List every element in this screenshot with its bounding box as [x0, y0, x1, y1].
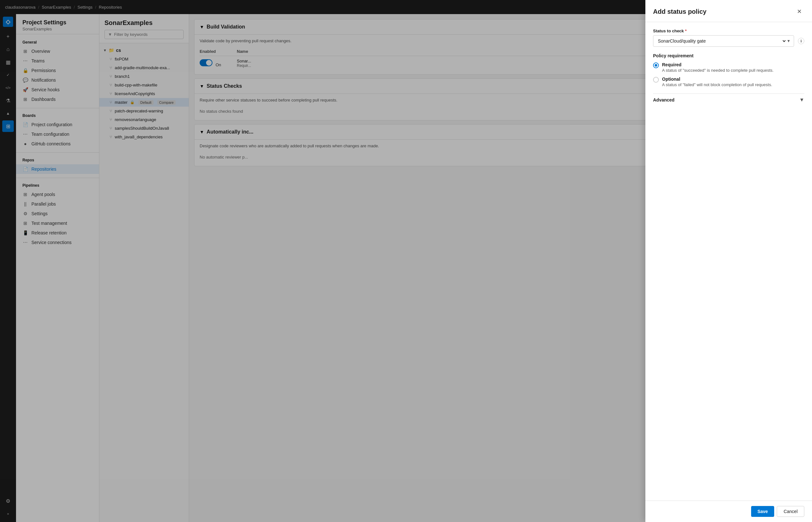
- optional-radio[interactable]: [653, 77, 659, 83]
- required-star: *: [685, 28, 687, 33]
- policy-requirement-label: Policy requirement: [653, 53, 804, 58]
- required-label: Required: [662, 62, 774, 67]
- save-button[interactable]: Save: [751, 506, 774, 517]
- modal-header: Add status policy ✕: [645, 0, 812, 22]
- status-label: Status to check *: [653, 28, 804, 33]
- required-radio[interactable]: [653, 62, 659, 68]
- modal-footer: Save Cancel: [645, 501, 812, 522]
- advanced-label: Advanced: [653, 97, 675, 102]
- status-select-wrapper[interactable]: SonarCloud/quality gate ▼: [653, 35, 794, 47]
- radio-group: Required A status of "succeeded" is need…: [653, 62, 804, 87]
- advanced-chevron-icon: ▼: [799, 97, 804, 103]
- status-select[interactable]: SonarCloud/quality gate: [657, 38, 787, 44]
- info-icon[interactable]: ℹ: [798, 38, 804, 44]
- optional-label: Optional: [662, 77, 772, 82]
- modal-title: Add status policy: [653, 8, 707, 15]
- modal-body: Status to check * SonarCloud/quality gat…: [645, 22, 812, 501]
- optional-desc: A status of "failed" will not block comp…: [662, 82, 772, 87]
- required-option[interactable]: Required A status of "succeeded" is need…: [653, 62, 804, 73]
- modal-close-button[interactable]: ✕: [794, 6, 804, 17]
- select-chevron-icon: ▼: [787, 39, 791, 43]
- optional-option[interactable]: Optional A status of "failed" will not b…: [653, 77, 804, 87]
- cancel-button[interactable]: Cancel: [777, 506, 804, 517]
- modal-panel: Add status policy ✕ Status to check * So…: [645, 0, 812, 522]
- modal-overlay: Add status policy ✕ Status to check * So…: [0, 0, 812, 522]
- required-desc: A status of "succeeded" is needed to com…: [662, 68, 774, 73]
- advanced-row[interactable]: Advanced ▼: [653, 94, 804, 106]
